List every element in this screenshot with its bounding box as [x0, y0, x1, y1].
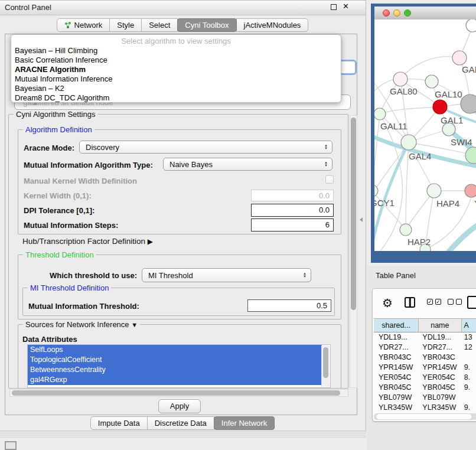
mi-type-label: Mutual Information Algorithm Type:	[24, 161, 153, 169]
table-row[interactable]: YLR345WYLR345W9.	[374, 403, 476, 413]
split-columns-icon[interactable]	[405, 297, 415, 308]
list-item[interactable]: TopologicalCoefficient	[28, 355, 322, 365]
expand-triangle-icon[interactable]: ▼	[131, 321, 138, 328]
panel-splitter-collapse-arrow[interactable]	[360, 217, 363, 222]
minimize-traffic-light-icon[interactable]	[393, 9, 400, 17]
node-label: GAL10	[435, 89, 462, 99]
mi-steps-field[interactable]: 6	[251, 219, 334, 231]
list-scrollbar[interactable]	[321, 345, 330, 387]
control-panel-titlebar: Control Panel ✕	[0, 1, 366, 15]
gear-icon[interactable]: ⚙	[382, 296, 393, 310]
table-row[interactable]: YDL19...YDL19...13	[374, 332, 476, 343]
tab-impute-data[interactable]: Impute Data	[90, 416, 148, 430]
network-icon	[64, 22, 72, 29]
cell: YDL19...	[419, 332, 461, 343]
column-header-name[interactable]: name	[419, 319, 461, 332]
cell: YBL079W	[419, 393, 461, 403]
node-gray[interactable]	[461, 94, 476, 113]
table-row[interactable]: YDR27...YDR27...12	[374, 343, 476, 353]
table-row[interactable]: YPR145WYPR145W9.	[374, 363, 476, 373]
node-hap4[interactable]	[427, 184, 441, 198]
node-gal80[interactable]	[393, 72, 407, 86]
cell: YLR345W	[374, 403, 419, 413]
column-header-shared-name[interactable]: shared...	[374, 319, 419, 332]
kernel-width-field[interactable]: 0.0	[251, 190, 334, 201]
mi-threshold-field[interactable]: 0.5	[247, 299, 331, 312]
algorithm-option[interactable]: Bayesian – Hill Climbing	[11, 46, 341, 56]
dpi-tolerance-field[interactable]: 0.0	[251, 204, 334, 217]
settings-vscroll-thumb[interactable]	[351, 118, 356, 310]
minimized-panel-icon[interactable]	[5, 441, 17, 450]
node-label: GAL1	[441, 115, 463, 125]
collapse-triangle-icon[interactable]: ▶	[148, 237, 153, 246]
network-view-window: GAL GAL80 GAL10 GAL1 GAL11 SWI4 GAL4 GCY…	[371, 4, 476, 263]
zoom-traffic-light-icon[interactable]	[404, 9, 411, 17]
node-gal-partial[interactable]	[452, 51, 467, 65]
tab-style[interactable]: Style	[109, 18, 142, 32]
hide-columns-icon[interactable]	[448, 299, 462, 305]
settings-hscroll-thumb[interactable]	[12, 390, 340, 396]
aracne-mode-combobox[interactable]: Discovery ▲▼	[79, 141, 332, 154]
list-item[interactable]: BetweennessCentrality	[28, 365, 322, 375]
algorithm-option[interactable]: Basic Correlation Inference	[11, 56, 341, 65]
table-row[interactable]: YER054CYER054C8.	[374, 373, 476, 383]
document-icon[interactable]	[467, 296, 476, 309]
node-hap2[interactable]	[400, 224, 412, 236]
column-header-partial[interactable]: A	[462, 319, 476, 332]
table-hscroll-thumb[interactable]	[376, 414, 472, 419]
close-traffic-light-icon[interactable]	[383, 9, 390, 17]
network-canvas[interactable]: GAL GAL80 GAL10 GAL1 GAL11 SWI4 GAL4 GCY…	[374, 19, 476, 251]
cell: YPR145W	[419, 363, 461, 373]
table-toolbar: ⚙ ✓✓	[373, 289, 476, 318]
list-item[interactable]: SelfLoops	[28, 345, 322, 355]
tab-network[interactable]: Network	[57, 18, 110, 32]
table-horizontal-scrollbar[interactable]	[374, 413, 476, 420]
apply-button[interactable]: Apply	[158, 399, 201, 413]
cell: YDR27...	[374, 343, 419, 353]
algorithm-option[interactable]: Bayesian – K2	[11, 84, 341, 93]
node-gal4[interactable]	[401, 135, 416, 150]
cell: YBL079W	[374, 393, 419, 403]
sources-title: Sources for Network Inference ▼	[23, 320, 140, 329]
control-panel-window: Control Panel ✕ Network Style Select Cyn…	[0, 0, 366, 435]
algorithm-option[interactable]: Mutual Information Inference	[11, 74, 341, 84]
tab-discretize-data[interactable]: Discretize Data	[147, 416, 214, 430]
settings-vertical-scrollbar[interactable]	[350, 115, 357, 388]
tab-infer-network[interactable]: Infer Network	[214, 416, 275, 430]
node-gal10[interactable]	[425, 75, 438, 88]
show-columns-icon[interactable]: ✓✓	[427, 299, 441, 305]
tab-select[interactable]: Select	[141, 18, 178, 32]
table-row[interactable]: YBR043CYBR043C	[374, 353, 476, 363]
node-label: GCY1	[374, 198, 395, 208]
algorithm-option-selected[interactable]: ARACNE Algorithm	[11, 65, 341, 74]
node-y-partial[interactable]	[465, 184, 476, 197]
node-big-green[interactable]	[465, 147, 476, 164]
list-scrollbar-thumb[interactable]	[323, 347, 328, 378]
node-label: GAL80	[390, 86, 418, 96]
tab-jactivemnodules[interactable]: jActiveMNodules	[236, 18, 309, 32]
table-row[interactable]: YBL079WYBL079W	[374, 393, 476, 403]
hub-definition-section[interactable]: Hub/Transcription Factor Definition ▶	[22, 237, 153, 246]
which-threshold-combobox[interactable]: MI Threshold ▲▼	[142, 268, 311, 282]
close-icon[interactable]: ✕	[343, 2, 349, 11]
cell: YBR045C	[374, 383, 419, 393]
table-panel-window: ⚙ ✓✓ shared... name A YDL19...YDL19...13…	[372, 288, 476, 422]
cell: YER054C	[374, 373, 419, 383]
node-gal11[interactable]	[374, 108, 386, 120]
tab-cyni-toolbox[interactable]: Cyni Toolbox	[177, 18, 236, 32]
node-gal1[interactable]	[433, 100, 447, 114]
aracne-mode-value: Discovery	[86, 143, 119, 152]
sources-title-text: Sources for Network Inference	[25, 320, 129, 329]
cell: YDL19...	[374, 332, 419, 343]
table-row[interactable]: YBR045CYBR045C9.	[374, 383, 476, 393]
cell: 12	[462, 343, 476, 353]
settings-horizontal-scrollbar[interactable]	[9, 389, 348, 397]
manual-kernel-checkbox[interactable]	[325, 175, 334, 184]
node-unlabeled[interactable]	[466, 19, 476, 32]
float-window-icon[interactable]	[331, 4, 337, 10]
list-item[interactable]: gal4RGexp	[28, 375, 322, 385]
mi-type-combobox[interactable]: Naive Bayes ▲▼	[163, 158, 332, 171]
node-label: GAL	[462, 64, 476, 74]
algorithm-option[interactable]: Dream8 DC_TDC Algorithm	[11, 93, 341, 103]
stepper-arrows-icon: ▲▼	[303, 272, 307, 278]
